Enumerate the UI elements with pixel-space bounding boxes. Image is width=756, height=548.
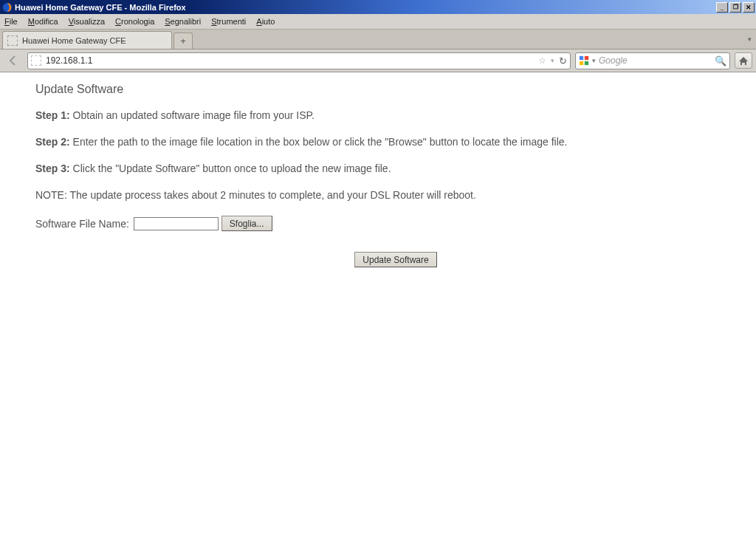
file-input-row: Software File Name: Sfoglia... xyxy=(35,216,756,231)
search-engine-dropdown-icon[interactable]: ▾ xyxy=(592,57,596,64)
step-3-text: Click the "Update Software" button once … xyxy=(70,162,391,174)
note-text: NOTE: The update process takes about 2 m… xyxy=(35,189,756,201)
step-3: Step 3: Click the "Update Software" butt… xyxy=(35,162,756,174)
svg-rect-2 xyxy=(585,56,588,60)
new-tab-button[interactable]: + xyxy=(173,32,193,49)
step-2-text: Enter the path to the image file locatio… xyxy=(70,136,568,148)
restore-button[interactable]: ❐ xyxy=(729,2,741,13)
bookmark-star-icon[interactable]: ☆ xyxy=(538,55,546,66)
site-identity-icon xyxy=(31,55,41,66)
svg-rect-1 xyxy=(580,56,583,60)
tabs-dropdown-icon[interactable]: ▾ xyxy=(748,35,752,43)
tab-title: Huawei Home Gateway CFE xyxy=(22,36,126,45)
window-title: Huawei Home Gateway CFE - Mozilla Firefo… xyxy=(15,3,186,12)
close-button[interactable]: ✕ xyxy=(743,2,755,13)
software-file-input[interactable] xyxy=(134,217,219,230)
reload-icon[interactable]: ↻ xyxy=(559,55,567,66)
menu-history[interactable]: Cronologia xyxy=(115,17,154,26)
search-placeholder: Google xyxy=(599,55,715,66)
menu-edit[interactable]: Modifica xyxy=(28,17,58,26)
search-box[interactable]: ▾ Google 🔍 xyxy=(575,52,730,69)
address-bar[interactable]: 192.168.1.1 ☆ ▾ ↻ xyxy=(27,52,571,69)
firefox-icon xyxy=(2,2,13,13)
svg-rect-4 xyxy=(585,61,588,65)
step-2: Step 2: Enter the path to the image file… xyxy=(35,136,756,148)
window-titlebar: Huawei Home Gateway CFE - Mozilla Firefo… xyxy=(0,0,756,14)
menu-bar: File Modifica Visualizza Cronologia Segn… xyxy=(0,14,756,30)
plus-icon: + xyxy=(180,35,186,47)
page-content: Update Software Step 1: Obtain an update… xyxy=(0,72,756,267)
google-icon xyxy=(579,55,589,66)
menu-help[interactable]: Aiuto xyxy=(256,17,275,26)
menu-bookmarks[interactable]: Segnalibri xyxy=(165,17,201,26)
step-1-label: Step 1: xyxy=(35,109,70,121)
browse-button[interactable]: Sfoglia... xyxy=(221,216,272,231)
menu-view[interactable]: Visualizza xyxy=(69,17,105,26)
minimize-button[interactable]: _ xyxy=(716,2,728,13)
tab-active[interactable]: Huawei Home Gateway CFE xyxy=(2,31,172,49)
update-software-button[interactable]: Update Software xyxy=(354,252,436,267)
step-1: Step 1: Obtain an updated software image… xyxy=(35,109,756,121)
home-button[interactable] xyxy=(735,52,752,69)
step-3-label: Step 3: xyxy=(35,162,70,174)
svg-rect-3 xyxy=(580,61,583,65)
nav-toolbar: 192.168.1.1 ☆ ▾ ↻ ▾ Google 🔍 xyxy=(0,49,756,72)
step-1-text: Obtain an updated software image file fr… xyxy=(70,109,315,121)
search-icon[interactable]: 🔍 xyxy=(715,55,726,66)
menu-tools[interactable]: Strumenti xyxy=(211,17,246,26)
page-heading: Update Software xyxy=(35,83,756,96)
tab-strip: Huawei Home Gateway CFE + ▾ xyxy=(0,30,756,49)
page-icon xyxy=(7,35,18,46)
url-text: 192.168.1.1 xyxy=(46,55,538,66)
menu-file[interactable]: File xyxy=(4,17,18,26)
back-button[interactable] xyxy=(4,51,23,70)
file-label: Software File Name: xyxy=(35,218,129,230)
step-2-label: Step 2: xyxy=(35,136,70,148)
history-dropdown-icon[interactable]: ▾ xyxy=(551,57,554,64)
